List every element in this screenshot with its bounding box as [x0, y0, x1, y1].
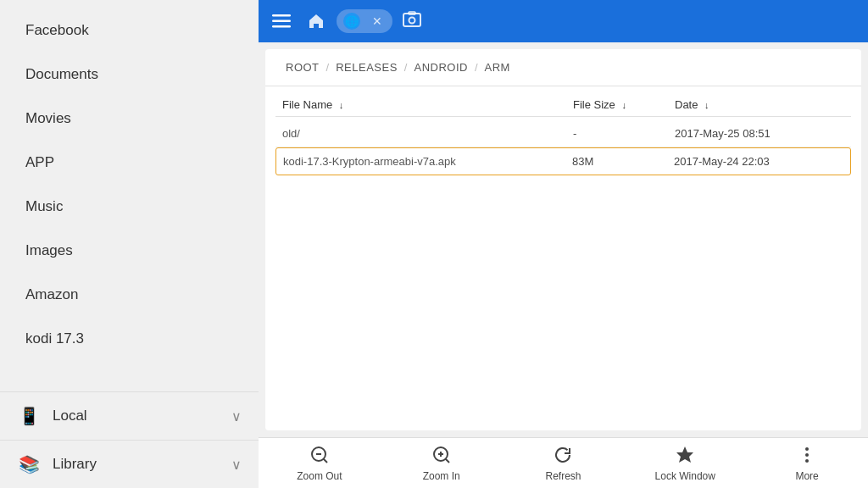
sidebar-item-app[interactable]: APP [0, 141, 259, 185]
bottom-btn-icon-refresh [553, 445, 573, 469]
bottom-btn-refresh[interactable]: Refresh [503, 438, 625, 489]
file-table: File Name ↓ File Size ↓ Date ↓ old/ - 20… [265, 86, 861, 430]
bottom-btn-label-more: More [795, 470, 818, 482]
sidebar-section-library[interactable]: 📚 Library ∨ [0, 440, 259, 488]
col-header-date[interactable]: Date ↓ [675, 98, 844, 111]
bottom-btn-more[interactable]: More [746, 438, 868, 489]
svg-marker-13 [676, 446, 693, 463]
bottom-toolbar: Zoom Out Zoom In Refresh Lock Window Mor… [259, 437, 868, 488]
file-rows-container: old/ - 2017-May-25 08:51 kodi-17.3-Krypt… [275, 120, 851, 175]
svg-point-14 [805, 447, 809, 451]
breadcrumb-root[interactable]: ROOT [279, 58, 326, 77]
sidebar-item-images[interactable]: Images [0, 229, 259, 273]
svg-rect-2 [272, 25, 291, 28]
sidebar-item-documents[interactable]: Documents [0, 53, 259, 97]
svg-rect-0 [272, 14, 291, 17]
col-header-name[interactable]: File Name ↓ [282, 98, 573, 111]
tab-globe-icon: 🌐 [343, 13, 360, 30]
sidebar-section-local[interactable]: 📱 Local ∨ [0, 391, 259, 440]
sidebar-bookmarks: FacebookDocumentsMoviesAPPMusicImagesAma… [0, 0, 259, 391]
breadcrumb-nav: ROOT / RELEASES / ANDROID / ARM [265, 49, 861, 86]
bottom-btn-lock-window[interactable]: Lock Window [624, 438, 746, 489]
svg-point-5 [409, 17, 415, 23]
breadcrumb-releases[interactable]: RELEASES [329, 58, 404, 77]
svg-rect-1 [272, 20, 291, 23]
sidebar-item-music[interactable]: Music [0, 185, 259, 229]
browser-toolbar: 🌐 ✕ [259, 0, 868, 42]
bottom-btn-zoom-out[interactable]: Zoom Out [259, 438, 381, 489]
sidebar-item-movies[interactable]: Movies [0, 97, 259, 141]
file-row-1[interactable]: kodi-17.3-Krypton-armeabi-v7a.apk 83M 20… [275, 147, 851, 175]
file-table-header: File Name ↓ File Size ↓ Date ↓ [275, 93, 851, 117]
sidebar-item-kodi-17.3[interactable]: kodi 17.3 [0, 317, 259, 361]
sort-arrow-date: ↓ [704, 100, 709, 110]
bottom-btn-label-lock-window: Lock Window [655, 470, 715, 482]
file-date-0: 2017-May-25 08:51 [675, 127, 844, 140]
bottom-btn-label-zoom-out: Zoom Out [297, 470, 342, 482]
file-browser: ROOT / RELEASES / ANDROID / ARM File Nam… [265, 49, 861, 430]
sort-arrow-name: ↓ [339, 100, 344, 110]
screenshot-icon[interactable] [403, 11, 421, 32]
file-date-1: 2017-May-24 22:03 [674, 155, 843, 168]
library-label: Library [53, 456, 231, 473]
svg-line-12 [445, 458, 449, 463]
file-size-0: - [573, 127, 675, 140]
bottom-btn-icon-zoom-out [309, 445, 330, 469]
bottom-btn-label-refresh: Refresh [545, 470, 581, 482]
local-label: Local [53, 408, 231, 424]
svg-line-8 [323, 458, 327, 463]
active-tab[interactable]: 🌐 ✕ [337, 9, 392, 33]
sidebar-item-amazon[interactable]: Amazon [0, 273, 259, 317]
file-name-0: old/ [282, 127, 573, 140]
home-button[interactable] [303, 8, 330, 35]
menu-button[interactable] [267, 9, 296, 33]
svg-point-15 [805, 453, 809, 457]
main-content: 🌐 ✕ ROOT / RELEASES / ANDROID / ARM File… [259, 0, 868, 488]
local-chevron: ∨ [231, 408, 242, 424]
svg-point-16 [805, 459, 809, 463]
svg-rect-3 [403, 14, 420, 26]
file-size-1: 83M [572, 155, 674, 168]
col-header-size[interactable]: File Size ↓ [573, 98, 675, 111]
tab-close-button[interactable]: ✕ [370, 14, 384, 28]
bottom-btn-label-zoom-in: Zoom In [423, 470, 460, 482]
file-row-0[interactable]: old/ - 2017-May-25 08:51 [275, 120, 851, 147]
library-chevron: ∨ [231, 457, 242, 473]
sidebar-item-facebook[interactable]: Facebook [0, 8, 259, 53]
library-icon: 📚 [17, 452, 41, 476]
sort-arrow-size: ↓ [621, 100, 626, 110]
breadcrumb-arm[interactable]: ARM [478, 58, 517, 77]
local-icon: 📱 [17, 404, 41, 428]
file-name-1: kodi-17.3-Krypton-armeabi-v7a.apk [283, 155, 572, 168]
sidebar: FacebookDocumentsMoviesAPPMusicImagesAma… [0, 0, 259, 488]
bottom-btn-zoom-in[interactable]: Zoom In [381, 438, 503, 489]
bottom-btn-icon-lock-window [675, 445, 695, 469]
bottom-btn-icon-more [797, 445, 817, 469]
bottom-btn-icon-zoom-in [431, 445, 452, 469]
breadcrumb-android[interactable]: ANDROID [407, 58, 474, 77]
